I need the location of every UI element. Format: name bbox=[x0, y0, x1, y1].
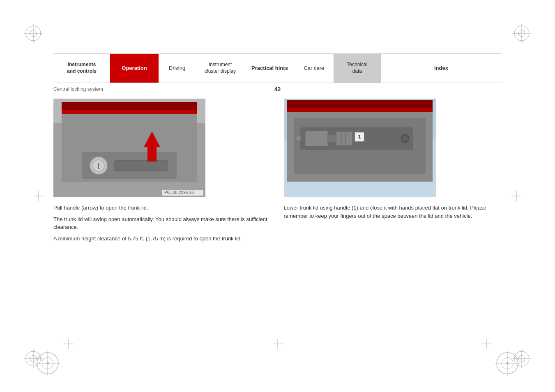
nav-item-driving[interactable]: Driving bbox=[159, 54, 196, 83]
svg-point-67 bbox=[296, 136, 302, 141]
nav-item-technical-data[interactable]: Technical data bbox=[334, 54, 381, 83]
page-border-left bbox=[33, 33, 33, 359]
mid-crosshair-left bbox=[34, 191, 44, 201]
left-column: [ P68.00-2296-26 Pull handle (arrow) to … bbox=[53, 99, 272, 351]
page-number: 42 bbox=[274, 86, 281, 92]
nav-item-index[interactable]: Index bbox=[381, 54, 502, 83]
corner-decoration-top-left bbox=[24, 24, 43, 43]
svg-text:P68.00-2296-26: P68.00-2296-26 bbox=[164, 190, 194, 195]
navigation-bar: Instruments and controls Operation Drivi… bbox=[53, 53, 502, 83]
breadcrumb-area: Central locking system 42 bbox=[53, 86, 502, 92]
nav-item-practical-hints[interactable]: Practical hints bbox=[245, 54, 295, 83]
svg-rect-59 bbox=[328, 135, 336, 142]
content-area: [ P68.00-2296-26 Pull handle (arrow) to … bbox=[53, 99, 502, 351]
svg-point-66 bbox=[403, 136, 408, 141]
svg-text:1: 1 bbox=[358, 134, 361, 140]
large-circle-bottom-right bbox=[495, 351, 520, 376]
large-circle-bottom-left bbox=[35, 351, 60, 376]
svg-point-35 bbox=[506, 362, 509, 364]
svg-text:[: [ bbox=[98, 162, 100, 169]
left-caption-1: Pull handle (arrow) to open the trunk li… bbox=[53, 204, 272, 212]
trunk-exterior-image: [ P68.00-2296-26 bbox=[53, 99, 205, 197]
svg-rect-46 bbox=[115, 161, 167, 170]
left-caption-3: A minimum height clearance of 5.75 ft. (… bbox=[53, 235, 272, 243]
left-text-block: Pull handle (arrow) to open the trunk li… bbox=[53, 204, 272, 246]
page-border-bottom bbox=[33, 359, 522, 359]
svg-rect-60 bbox=[336, 131, 352, 145]
trunk-interior-svg: 1 bbox=[284, 99, 436, 197]
right-column: 1 Lower trunk lid using handle (1) and c… bbox=[284, 99, 502, 351]
page-border-top bbox=[33, 33, 522, 33]
svg-rect-58 bbox=[305, 131, 328, 146]
trunk-interior-image: 1 bbox=[284, 99, 436, 197]
mid-crosshair-right bbox=[511, 191, 521, 201]
nav-item-instruments-and-controls[interactable]: Instruments and controls bbox=[53, 54, 110, 83]
right-caption-1: Lower trunk lid using handle (1) and clo… bbox=[284, 204, 502, 220]
svg-rect-54 bbox=[287, 108, 433, 112]
corner-decoration-top-right bbox=[512, 24, 531, 43]
nav-item-instrument-cluster[interactable]: Instrument cluster display bbox=[196, 54, 245, 83]
nav-item-car-care[interactable]: Car care bbox=[295, 54, 334, 83]
left-caption-2: The trunk lid will swing open automatica… bbox=[53, 215, 272, 231]
page-border-right bbox=[522, 33, 522, 359]
right-text-block: Lower trunk lid using handle (1) and clo… bbox=[284, 204, 502, 223]
breadcrumb: Central locking system bbox=[53, 86, 103, 92]
svg-point-30 bbox=[46, 362, 49, 364]
nav-item-operation[interactable]: Operation bbox=[110, 54, 159, 83]
trunk-exterior-svg: [ P68.00-2296-26 bbox=[53, 99, 205, 197]
svg-rect-48 bbox=[147, 147, 157, 161]
